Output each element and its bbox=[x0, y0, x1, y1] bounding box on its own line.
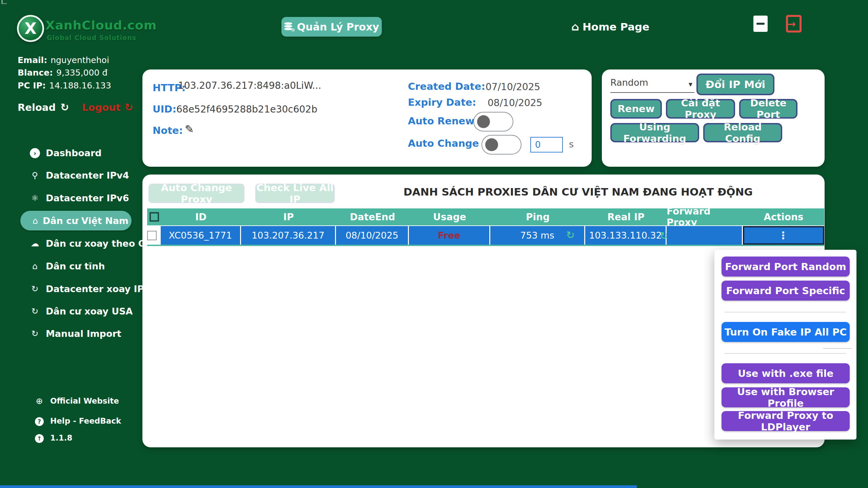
logout-button[interactable]: Logout ↻ bbox=[82, 102, 133, 113]
exit-button[interactable]: → bbox=[786, 15, 802, 33]
home-page-label: Home Page bbox=[583, 21, 649, 33]
toggle-knob bbox=[477, 115, 490, 128]
sidebar-item-manual-import[interactable]: ↻ Manual Import bbox=[29, 326, 121, 341]
pin-icon: ⚲ bbox=[29, 170, 41, 180]
reload-button[interactable]: Reload ↻ bbox=[18, 102, 69, 113]
auto-change-seconds-input[interactable] bbox=[530, 137, 563, 152]
home-icon: ⌂ bbox=[33, 216, 38, 226]
minimize-button[interactable] bbox=[753, 16, 768, 32]
expiry-date-label: Expiry Date: bbox=[408, 97, 476, 108]
sidebar-item-label: Datacenter xoay IP bbox=[46, 284, 144, 294]
row-checkbox-cell bbox=[147, 226, 161, 245]
forward-port-specific-button[interactable]: Forward Port Specific bbox=[722, 281, 850, 301]
sidebar-item-help-feedback[interactable]: ? Help - FeedBack bbox=[33, 414, 121, 428]
auto-renew-label: Auto Renew: bbox=[408, 115, 478, 127]
column-header-dateend: DateEnd bbox=[336, 208, 409, 225]
check-live-all-ip-button[interactable]: Check Live All IP bbox=[255, 184, 335, 203]
uid-label: UID: bbox=[153, 103, 176, 115]
manage-proxy-label: Quản Lý Proxy bbox=[297, 21, 379, 33]
usage-badge: Free bbox=[438, 230, 460, 241]
version-label: 1.1.8 bbox=[50, 433, 73, 442]
sidebar-item-dan-cu-viet-nam-xoay[interactable]: ⌂ Dân cư Việt Nam xoay bbox=[20, 211, 132, 230]
logo-x-icon: X bbox=[17, 15, 44, 42]
rotation-mode-value: Random bbox=[610, 77, 648, 88]
globe-icon: ⊕ bbox=[33, 396, 45, 406]
cell-usage: Free bbox=[409, 226, 490, 245]
doi-ip-moi-button[interactable]: Đổi IP Mới bbox=[696, 74, 774, 95]
cell-id: XC0536_1771 bbox=[161, 226, 241, 245]
table-row: XC0536_1771 103.207.36.217 08/10/2025 Fr… bbox=[147, 226, 824, 245]
logo-x-letter: X bbox=[24, 19, 36, 38]
sidebar-item-label: Manual Import bbox=[46, 328, 121, 339]
forward-proxy-ldplayer-button[interactable]: Forward Proxy to LDPlayer bbox=[722, 411, 850, 431]
sidebar-item-dashboard[interactable]: › Dashboard bbox=[29, 145, 102, 161]
cell-ping: 753 ms ↻ bbox=[490, 226, 585, 245]
exit-arrow-icon: → bbox=[787, 18, 795, 30]
footer-item-label: Official Website bbox=[50, 396, 119, 405]
balance-value: 9,335,000 đ bbox=[56, 68, 107, 78]
delete-port-button[interactable]: Delete Port bbox=[739, 99, 797, 119]
select-all-checkbox[interactable] bbox=[150, 212, 159, 222]
rotate-icon: ↻ bbox=[29, 329, 41, 339]
network-icon: ⚛ bbox=[29, 193, 41, 203]
sidebar-item-datacenter-ipv4[interactable]: ⚲ Datacenter IPv4 bbox=[29, 167, 129, 183]
select-underline bbox=[610, 92, 694, 93]
sidebar-item-datacenter-ipv6[interactable]: ⚛ Datacenter IPv6 bbox=[29, 190, 129, 206]
reload-config-button[interactable]: Reload Config bbox=[703, 123, 782, 142]
sidebar-item-dan-cu-xoay-theo-gb[interactable]: ☁ Dân cư xoay theo GB bbox=[29, 236, 153, 251]
sidebar-item-label: Dân cư xoay theo GB bbox=[46, 238, 153, 249]
use-with-browser-profile-button[interactable]: Use with Browser Profile bbox=[722, 387, 850, 407]
rotation-mode-select[interactable]: Random ▾ bbox=[610, 77, 694, 92]
uid-value: 68e52f4695288b21e30c602b bbox=[176, 104, 317, 115]
home-page-link[interactable]: ⌂ Home Page bbox=[571, 20, 649, 33]
cell-realip: 103.133.110.32 ↻ bbox=[585, 226, 667, 245]
home-icon: ⌂ bbox=[29, 261, 41, 271]
cell-ip: 103.207.36.217 bbox=[241, 226, 336, 245]
home-icon: ⌂ bbox=[571, 20, 579, 33]
sidebar-item-dan-cu-xoay-usa[interactable]: ↻ Dân cư xoay USA bbox=[29, 303, 133, 319]
column-header-ip: IP bbox=[241, 208, 336, 225]
turn-on-fake-ip-button[interactable]: Turn On Fake IP All PC bbox=[722, 322, 850, 342]
cai-dat-proxy-button[interactable]: Cài đặt Proxy bbox=[666, 99, 735, 119]
use-with-exe-button[interactable]: Use with .exe file bbox=[722, 363, 850, 383]
auto-renew-toggle[interactable] bbox=[473, 112, 513, 131]
footer-item-label: Help - FeedBack bbox=[50, 416, 121, 425]
auto-change-ip-toggle[interactable] bbox=[481, 135, 521, 155]
sidebar-item-label: Datacenter IPv6 bbox=[46, 193, 129, 203]
rotate-icon: ↻ bbox=[29, 306, 41, 316]
row-checkbox[interactable] bbox=[147, 231, 157, 240]
update-icon: ↑ bbox=[33, 433, 45, 443]
menu-divider bbox=[725, 353, 846, 354]
sidebar-item-official-website[interactable]: ⊕ Official Website bbox=[33, 394, 119, 408]
sidebar-item-datacenter-xoay-ip[interactable]: ↻ Datacenter xoay IP bbox=[29, 281, 144, 297]
pcip-value: 14.188.16.133 bbox=[49, 81, 111, 90]
pcip-label: PC IP: bbox=[18, 81, 46, 90]
sidebar-item-dan-cu-tinh[interactable]: ⌂ Dân cư tĩnh bbox=[29, 258, 105, 274]
table-bottom-border bbox=[147, 245, 824, 246]
user-pcip-row: PC IP:14.188.16.133 bbox=[18, 81, 111, 90]
ping-refresh-icon[interactable]: ↻ bbox=[566, 230, 575, 240]
renew-button[interactable]: Renew bbox=[610, 99, 662, 119]
created-date-label: Created Date: bbox=[408, 81, 485, 92]
table-title: DANH SÁCH PROXIES DÂN CƯ VIỆT NAM ĐANG H… bbox=[403, 186, 753, 198]
auto-change-proxy-button[interactable]: Auto Change Proxy bbox=[149, 184, 244, 203]
using-forwarding-button[interactable]: Using Forwarding bbox=[610, 123, 699, 142]
logout-icon: ↻ bbox=[125, 102, 133, 113]
cell-dateend: 08/10/2025 bbox=[336, 226, 409, 245]
forward-port-random-button[interactable]: Forward Port Random bbox=[722, 257, 850, 277]
sidebar-item-label: Dân cư Việt Nam xoay bbox=[43, 216, 132, 226]
menu-divider bbox=[725, 312, 846, 312]
column-header-usage: Usage bbox=[409, 208, 490, 225]
sidebar-item-version[interactable]: ↑ 1.1.8 bbox=[33, 431, 73, 445]
edit-note-pencil-icon[interactable]: ✎ bbox=[185, 123, 194, 136]
cell-actions-menu-button[interactable]: ⋮ bbox=[743, 226, 824, 245]
kebab-menu-icon: ⋮ bbox=[778, 229, 789, 241]
email-value: nguyenthehoi bbox=[51, 55, 109, 65]
column-header-ping: Ping bbox=[490, 208, 585, 225]
column-header-actions: Actions bbox=[743, 208, 824, 225]
toggle-knob bbox=[485, 138, 498, 151]
manage-proxy-button[interactable]: ⚙ Quản Lý Proxy bbox=[281, 17, 382, 37]
table-header-row: ID IP DateEnd Usage Ping Real IP Forward… bbox=[147, 208, 824, 225]
seconds-unit-label: s bbox=[569, 139, 574, 149]
column-header-id: ID bbox=[161, 208, 241, 225]
